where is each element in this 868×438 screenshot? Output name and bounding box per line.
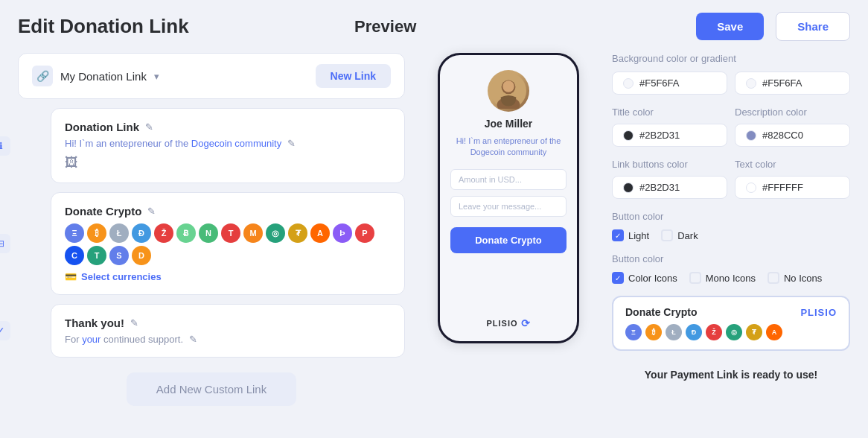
checkmark-icon: ✓ xyxy=(0,321,10,340)
donation-link-title: Donation Link xyxy=(65,121,139,133)
light-radio[interactable]: ✓ Light xyxy=(612,229,649,241)
button-color-radio-row: ✓ Light Dark xyxy=(612,229,850,241)
dark-label: Dark xyxy=(677,230,698,241)
donate-crypto-card-wrapper: ⊟ Donate Crypto ✎ Ξ₿ŁÐŽɃNTM◎₮AÞPCTSD 💳 S… xyxy=(18,192,405,295)
button-color-label: Button color xyxy=(612,211,850,222)
preview-crypto-icon-6: ₮ xyxy=(746,324,762,340)
color-icons-radio[interactable]: ✓ Color Icons xyxy=(612,272,677,284)
light-radio-box: ✓ xyxy=(612,229,624,241)
chevron-down-icon: ▾ xyxy=(154,71,159,82)
add-custom-link-button[interactable]: Add New Custom Link xyxy=(127,372,296,406)
preview-crypto-icon-3: Ð xyxy=(686,324,702,340)
info-icon: ℹ xyxy=(0,136,10,156)
bg-color-box-1[interactable]: #F5F6FA xyxy=(612,72,727,95)
crypto-icon-16: S xyxy=(109,246,129,265)
desc-color-section: Description color #828CC0 xyxy=(735,107,850,147)
desc-color-box[interactable]: #828CC0 xyxy=(735,124,850,147)
title-color-dot xyxy=(623,130,634,141)
bg-color-dot-1 xyxy=(623,78,634,89)
preview-donate-card: Donate Crypto PLISIO Ξ₿ŁÐŽ◎₮A xyxy=(612,296,850,351)
crypto-icon-10: ₮ xyxy=(288,223,307,243)
edit-thankyou-icon[interactable]: ✎ xyxy=(130,317,138,328)
crypto-icon-6: N xyxy=(199,223,218,243)
image-icon[interactable]: 🖼 xyxy=(65,155,391,171)
select-currencies-button[interactable]: 💳 Select currencies xyxy=(65,271,391,282)
phone-footer: PLISIO ⟳ xyxy=(486,317,530,329)
icon-style-section: Button color ✓ Color Icons Mono Icons No… xyxy=(612,253,850,284)
phone-amount-input[interactable]: Amount in USD... xyxy=(450,169,567,190)
crypto-icon-7: T xyxy=(221,223,240,243)
donate-crypto-card: Donate Crypto ✎ Ξ₿ŁÐŽɃNTM◎₮AÞPCTSD 💳 Sel… xyxy=(51,192,405,295)
edit-crypto-icon[interactable]: ✎ xyxy=(147,206,156,217)
share-button[interactable]: Share xyxy=(776,12,850,41)
bg-color-box-2[interactable]: #F5F6FA xyxy=(735,72,850,95)
crypto-icon-4: Ž xyxy=(154,223,173,243)
desc-color-label: Description color xyxy=(735,107,850,118)
link-btn-color-section: Link buttons color #2B2D31 xyxy=(612,159,727,199)
crypto-icon-15: T xyxy=(87,246,106,265)
text-color-dot xyxy=(746,182,756,193)
crypto-side-icon: ⊟ xyxy=(0,234,10,253)
link-btn-color-box[interactable]: #2B2D31 xyxy=(612,176,727,199)
crypto-icon-12: Þ xyxy=(333,223,352,243)
phone-donate-button[interactable]: Donate Crypto xyxy=(450,227,567,253)
preview-card-header: Donate Crypto PLISIO xyxy=(625,306,837,318)
edit-donation-link-icon[interactable]: ✎ xyxy=(145,121,153,133)
link-icon: 🔗 xyxy=(32,66,53,86)
text-color-box[interactable]: #FFFFFF xyxy=(735,176,850,199)
no-icons-radio-box xyxy=(768,272,779,284)
donation-link-desc: Hi! I`m an entepreneur of the Dogecoin c… xyxy=(65,138,391,149)
right-panel: Background color or gradient #F5F6FA #F5… xyxy=(612,53,850,420)
crypto-icons-list: Ξ₿ŁÐŽɃNTM◎₮AÞPCTSD xyxy=(65,223,391,265)
new-link-button[interactable]: New Link xyxy=(316,64,391,88)
preview-crypto-icon-0: Ξ xyxy=(625,324,642,340)
payment-ready-text: Your Payment Link is ready to use! xyxy=(612,369,850,381)
crypto-icon-0: Ξ xyxy=(65,223,84,243)
title-color-section: Title color #2B2D31 xyxy=(612,107,727,147)
thank-you-card: Thank you! ✎ For your continued support.… xyxy=(51,304,405,358)
mono-icons-label: Mono Icons xyxy=(706,273,756,284)
mono-icons-radio[interactable]: Mono Icons xyxy=(689,272,756,284)
phone-frame: Joe Miller Hi! I`m an entepreneur of the… xyxy=(438,53,579,343)
preview-crypto-icon-2: Ł xyxy=(666,324,682,340)
dark-radio[interactable]: Dark xyxy=(661,229,698,241)
left-panel: 🔗 My Donation Link ▾ New Link ℹ Donation… xyxy=(18,53,405,420)
link-selector[interactable]: 🔗 My Donation Link ▾ New Link xyxy=(18,53,405,99)
preview-card-title: Donate Crypto xyxy=(625,306,697,318)
color-icons-label: Color Icons xyxy=(628,273,677,284)
bg-label: Background color or gradient xyxy=(612,53,850,64)
crypto-icon-17: D xyxy=(132,246,151,265)
bg-color-dot-2 xyxy=(746,78,756,89)
edit-desc-icon[interactable]: ✎ xyxy=(287,138,296,149)
link-selector-label: My Donation Link xyxy=(60,70,147,83)
preview-title: Preview xyxy=(354,17,416,36)
svg-point-3 xyxy=(502,80,514,92)
no-icons-radio[interactable]: No Icons xyxy=(768,272,822,284)
donation-link-card-wrapper: ℹ Donation Link ✎ Hi! I`m an entepreneur… xyxy=(18,108,405,183)
crypto-icon-14: C xyxy=(65,246,84,265)
thank-you-desc: For your continued support. ✎ xyxy=(65,334,391,345)
icon-style-label: Button color xyxy=(612,253,850,264)
mono-icons-radio-box xyxy=(689,272,701,284)
crypto-icon-3: Ð xyxy=(132,223,151,243)
crypto-icon-9: ◎ xyxy=(266,223,285,243)
donation-link-card: Donation Link ✎ Hi! I`m an entepreneur o… xyxy=(51,108,405,183)
donate-crypto-title: Donate Crypto xyxy=(65,205,141,218)
crypto-icon-8: M xyxy=(243,223,263,243)
crypto-icon-11: A xyxy=(310,223,330,243)
link-btn-color-dot xyxy=(623,182,634,193)
text-color-section: Text color #FFFFFF xyxy=(735,159,850,199)
title-color-box[interactable]: #2B2D31 xyxy=(612,124,727,147)
thank-you-title: Thank you! xyxy=(65,317,124,329)
preview-crypto-icon-7: A xyxy=(766,324,782,340)
phone-message-input[interactable]: Leave your message... xyxy=(450,196,567,217)
color-icons-radio-box: ✓ xyxy=(612,272,624,284)
crypto-icon-1: ₿ xyxy=(87,223,106,243)
crypto-icon-5: Ƀ xyxy=(176,223,196,243)
save-button[interactable]: Save xyxy=(696,13,764,40)
preview-crypto-icons: Ξ₿ŁÐŽ◎₮A xyxy=(625,324,837,340)
edit-thankyou-text-icon[interactable]: ✎ xyxy=(189,334,197,345)
desc-color-dot xyxy=(746,130,756,141)
preview-crypto-icon-4: Ž xyxy=(706,324,722,340)
phone-user-desc: Hi! I`m an entepreneur of the Dogecoin c… xyxy=(450,136,567,159)
